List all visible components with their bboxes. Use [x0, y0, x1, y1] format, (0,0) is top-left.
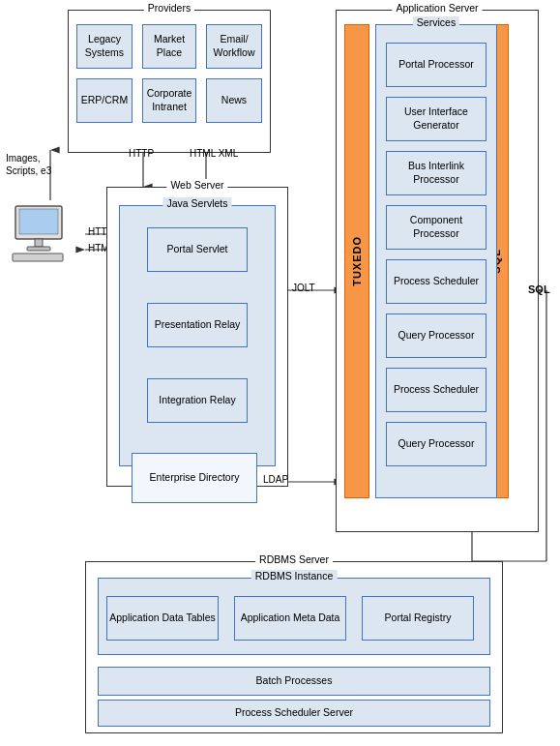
providers-group: Providers Legacy Systems Market Place Em…: [68, 10, 271, 153]
corporate-intranet-box: Corporate Intranet: [142, 78, 196, 123]
integration-relay-box: Integration Relay: [147, 378, 248, 423]
portal-registry-box: Portal Registry: [362, 596, 474, 641]
app-meta-data-label: Application Meta Data: [241, 612, 340, 625]
query-processor-1-box: Query Processor: [386, 313, 486, 358]
app-meta-data-box: Application Meta Data: [234, 596, 346, 641]
legacy-systems-label: Legacy Systems: [77, 33, 132, 59]
portal-servlet-label: Portal Servlet: [166, 243, 227, 256]
java-servlets-group: Java Servlets Portal Servlet Presentatio…: [119, 205, 276, 466]
bus-interlink-processor-label: Bus Interlink Processor: [387, 160, 486, 186]
client-computer: [8, 201, 80, 271]
portal-servlet-box: Portal Servlet: [147, 227, 248, 272]
query-processor-1-label: Query Processor: [398, 329, 475, 343]
presentation-relay-label: Presentation Relay: [155, 318, 241, 332]
news-box: News: [206, 78, 262, 123]
rdbms-server-group: RDBMS Server RDBMS Instance Application …: [85, 561, 503, 733]
tuxedo-label: TUXEDO: [351, 236, 363, 286]
process-scheduler-server-box: Process Scheduler Server: [98, 700, 490, 727]
svg-rect-19: [19, 209, 58, 234]
batch-processes-box: Batch Processes: [98, 667, 490, 696]
svg-rect-20: [35, 239, 43, 247]
enterprise-directory-box: Enterprise Directory: [132, 453, 257, 503]
erp-crm-label: ERP/CRM: [81, 94, 128, 107]
corporate-intranet-label: Corporate Intranet: [143, 87, 195, 113]
query-processor-2-box: Query Processor: [386, 422, 486, 466]
process-scheduler-1-box: Process Scheduler: [386, 259, 486, 304]
rdbms-instance-group: RDBMS Instance Application Data Tables A…: [98, 578, 490, 655]
market-place-box: Market Place: [142, 24, 196, 69]
app-data-tables-label: Application Data Tables: [109, 612, 216, 625]
enterprise-directory-label: Enterprise Directory: [150, 471, 240, 485]
sql-outer-label: SQL: [528, 283, 550, 295]
rdbms-instance-label: RDBMS Instance: [251, 570, 338, 582]
component-processor-box: Component Processor: [386, 205, 486, 250]
bus-interlink-processor-box: Bus Interlink Processor: [386, 151, 486, 195]
web-server-group: Web Server Java Servlets Portal Servlet …: [106, 187, 288, 487]
portal-processor-label: Portal Processor: [398, 58, 474, 72]
rdbms-server-label: RDBMS Server: [255, 553, 333, 565]
batch-processes-label: Batch Processes: [256, 674, 333, 688]
legacy-systems-box: Legacy Systems: [76, 24, 133, 69]
email-workflow-label: Email/ Workflow: [207, 33, 261, 59]
tuxedo-bar: TUXEDO: [344, 24, 369, 498]
jolt-label: JOLT: [292, 283, 315, 293]
http-arrow-label: HTTP: [129, 148, 154, 159]
user-interface-generator-label: User Interface Generator: [387, 105, 486, 132]
portal-registry-label: Portal Registry: [385, 612, 452, 625]
services-label: Services: [413, 16, 459, 28]
architecture-diagram: Providers Legacy Systems Market Place Em…: [0, 0, 560, 746]
svg-rect-22: [13, 254, 63, 261]
user-interface-generator-box: User Interface Generator: [386, 97, 486, 141]
web-server-label: Web Server: [166, 179, 227, 191]
images-scripts-label: Images, Scripts, e3: [6, 152, 74, 177]
email-workflow-box: Email/ Workflow: [206, 24, 262, 69]
query-processor-2-label: Query Processor: [398, 437, 475, 451]
process-scheduler-2-label: Process Scheduler: [394, 383, 479, 397]
providers-label: Providers: [144, 2, 194, 14]
market-place-label: Market Place: [143, 33, 195, 59]
java-servlets-label: Java Servlets: [162, 197, 231, 209]
sql-outer-bar: [509, 24, 530, 498]
app-data-tables-box: Application Data Tables: [106, 596, 219, 641]
presentation-relay-box: Presentation Relay: [147, 303, 248, 347]
integration-relay-label: Integration Relay: [159, 394, 235, 407]
process-scheduler-1-label: Process Scheduler: [394, 275, 479, 288]
news-label: News: [221, 94, 247, 107]
erp-crm-box: ERP/CRM: [76, 78, 133, 123]
portal-processor-box: Portal Processor: [386, 43, 486, 87]
services-group: Services Portal Processor User Interface…: [375, 24, 497, 498]
process-scheduler-2-box: Process Scheduler: [386, 368, 486, 412]
html-xml-arrow-label: HTML XML: [190, 148, 238, 159]
svg-rect-21: [27, 247, 50, 251]
process-scheduler-server-label: Process Scheduler Server: [235, 706, 353, 720]
component-processor-label: Component Processor: [387, 214, 486, 240]
app-server-label: Application Server: [392, 2, 482, 14]
ldap-label: LDAP: [263, 474, 288, 485]
app-server-group: Application Server TUXEDO SQL Services P…: [336, 10, 539, 532]
